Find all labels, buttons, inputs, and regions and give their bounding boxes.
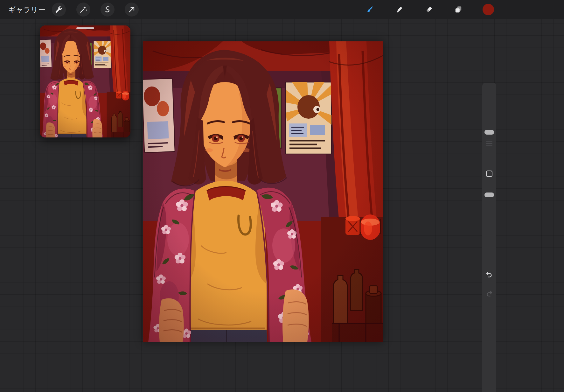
layers-button[interactable] <box>451 3 465 17</box>
wrench-icon <box>55 5 63 14</box>
top-toolbar: ギャラリー <box>0 0 564 19</box>
gallery-button[interactable]: ギャラリー <box>8 0 45 19</box>
selection-button[interactable] <box>101 3 115 17</box>
paint-brush-icon <box>366 5 374 14</box>
gallery-button-label: ギャラリー <box>8 5 45 15</box>
layers-icon <box>454 5 463 14</box>
paint-tool-button[interactable] <box>363 3 377 17</box>
erase-tool-button[interactable] <box>422 3 436 17</box>
color-button[interactable] <box>481 3 495 17</box>
transform-arrow-icon <box>128 5 136 14</box>
redo-button[interactable] <box>485 290 493 297</box>
magic-wand-icon <box>79 5 87 14</box>
reference-artwork-preview <box>40 25 130 137</box>
brush-size-slider-handle[interactable] <box>484 130 494 135</box>
canvas[interactable] <box>143 41 383 342</box>
opacity-slider-handle[interactable] <box>484 192 494 197</box>
smudge-tool-button[interactable] <box>393 3 407 17</box>
redo-icon <box>485 290 493 297</box>
artwork-illustration <box>143 41 383 342</box>
brush-sidebar[interactable] <box>482 83 496 392</box>
eraser-icon <box>425 5 433 14</box>
color-swatch <box>483 4 494 15</box>
selection-s-icon <box>103 5 112 14</box>
reference-drag-handle[interactable] <box>76 27 94 29</box>
reference-window[interactable] <box>40 25 130 137</box>
slider-tick-marks <box>486 139 492 148</box>
modify-button[interactable] <box>486 171 492 177</box>
smudge-icon <box>395 5 404 14</box>
adjustments-button[interactable] <box>76 3 90 17</box>
transform-button[interactable] <box>125 3 139 17</box>
undo-icon <box>485 270 493 278</box>
actions-button[interactable] <box>52 3 66 17</box>
undo-button[interactable] <box>485 270 493 278</box>
procreate-workspace: { "topbar": { "gallery_label": "ギャラリー", … <box>0 0 564 392</box>
